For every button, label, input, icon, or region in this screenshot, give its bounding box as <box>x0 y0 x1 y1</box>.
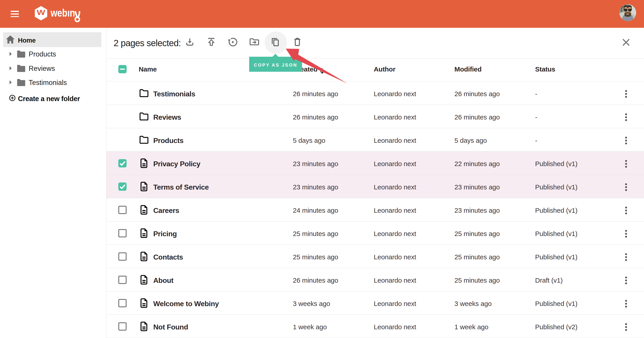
svg-text:W: W <box>37 8 46 16</box>
